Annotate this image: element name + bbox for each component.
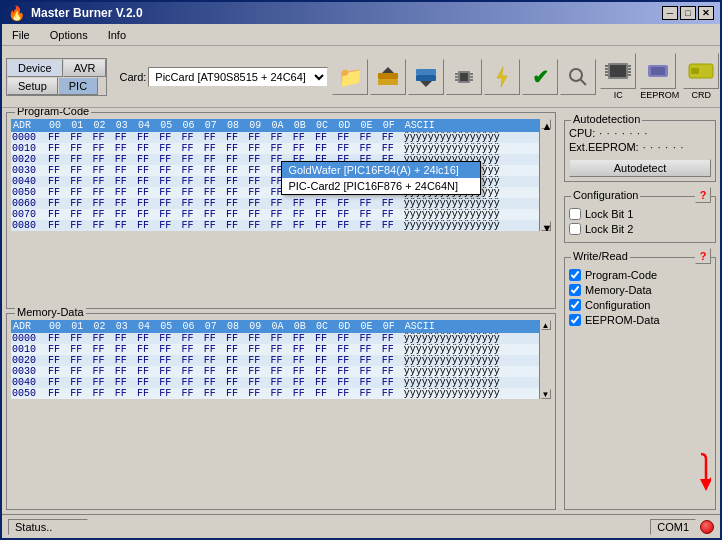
upload-button[interactable] <box>370 59 406 95</box>
pic-button[interactable]: PIC <box>58 77 98 95</box>
status-right: COM1 <box>650 519 714 535</box>
crd-label: CRD <box>683 90 719 100</box>
svg-rect-4 <box>416 75 436 81</box>
mem-col-00: 00 <box>47 320 69 333</box>
eeprom-ext-label: Ext.EEPROM: <box>569 141 639 153</box>
svg-marker-2 <box>382 67 394 73</box>
window-container: 🔥 Master Burner V.2.0 ─ □ ✕ File Options… <box>0 0 722 540</box>
title-bar: 🔥 Master Burner V.2.0 ─ □ ✕ <box>2 2 720 24</box>
write-read-checkbox-3[interactable] <box>569 314 581 326</box>
lock-bit-2-row: Lock Bit 2 <box>569 223 711 235</box>
mem-col-01: 01 <box>69 320 91 333</box>
chip-icon <box>452 65 476 89</box>
mem-col-07: 07 <box>203 320 225 333</box>
mem-col-0b: 0B <box>292 320 314 333</box>
download-icon <box>414 65 438 89</box>
app-icon: 🔥 <box>8 5 25 21</box>
lock-bit-1-row: Lock Bit 1 <box>569 208 711 220</box>
crd-button[interactable]: CRD <box>683 53 719 100</box>
table-row: 0000FFFFFFFFFFFFFFFFFFFFFFFFFFFFFFFFÿÿÿÿ… <box>11 132 539 143</box>
toolbar: Device AVR Setup PIC GoldWafer [PIC16F84… <box>2 46 720 108</box>
eeprom-button[interactable]: EEPROM <box>640 53 679 100</box>
svg-rect-7 <box>460 73 468 81</box>
program-code-scrollbar[interactable]: ▲ ▼ <box>539 119 551 231</box>
verify-button[interactable]: ✔ <box>522 59 558 95</box>
table-row: 0040FFFFFFFFFFFFFFFFFFFFFFFFFFFFFFFFÿÿÿÿ… <box>11 377 539 388</box>
col-03: 03 <box>114 119 136 132</box>
chip-button[interactable] <box>446 59 482 95</box>
lock-bit-1-checkbox[interactable] <box>569 208 581 220</box>
memory-data-table: ADR 00 01 02 03 04 05 06 07 08 <box>11 320 539 399</box>
memory-data-scrollbar[interactable]: ▲ ▼ <box>539 320 551 399</box>
col-08: 08 <box>225 119 247 132</box>
svg-rect-28 <box>651 67 665 75</box>
write-read-items: Program-CodeMemory-DataConfigurationEEPR… <box>569 269 711 326</box>
card-select[interactable]: PicCard [AT90S8515 + 24C64] <box>148 67 328 87</box>
col-0d: 0D <box>336 119 358 132</box>
mem-col-adr: ADR <box>11 320 47 333</box>
col-01: 01 <box>69 119 91 132</box>
status-text: Status.. <box>8 519 88 535</box>
mem-col-05: 05 <box>158 320 180 333</box>
com-port-text: COM1 <box>650 519 696 535</box>
autodetect-button[interactable]: Autodetect <box>569 159 711 177</box>
table-row: 0060FFFFFFFFFFFFFFFFFFFFFFFFFFFFFFFFÿÿÿÿ… <box>11 198 539 209</box>
write-read-item-0: Program-Code <box>569 269 711 281</box>
memory-data-table-area: ADR 00 01 02 03 04 05 06 07 08 <box>11 320 551 399</box>
menu-file[interactable]: File <box>6 27 36 43</box>
write-read-checkbox-2[interactable] <box>569 299 581 311</box>
col-00: 00 <box>47 119 69 132</box>
lock-bit-1-label: Lock Bit 1 <box>585 208 633 220</box>
mem-col-0f: 0F <box>381 320 403 333</box>
flash-button[interactable] <box>484 59 520 95</box>
checkmark-icon: ✔ <box>532 65 549 89</box>
ic-button[interactable]: IC <box>600 53 636 100</box>
device-setup-group: Device AVR Setup PIC <box>6 58 107 96</box>
card-area: Card: PicCard [AT90S8515 + 24C64] <box>119 67 328 87</box>
minimize-button[interactable]: ─ <box>662 6 678 20</box>
avr-button[interactable]: AVR <box>63 59 107 77</box>
card-label: Card: <box>119 71 146 83</box>
setup-button[interactable]: Setup <box>7 77 58 95</box>
device-dropdown-popup[interactable]: GoldWafer [PIC16F84(A) + 24lc16] PIC-Car… <box>281 161 481 195</box>
autodetection-title: Autodetection <box>571 113 642 125</box>
svg-marker-5 <box>420 81 432 87</box>
menu-options[interactable]: Options <box>44 27 94 43</box>
menu-bar: File Options Info <box>2 24 720 46</box>
eeprom-label: EEPROM <box>640 90 679 100</box>
col-0a: 0A <box>269 119 291 132</box>
write-read-title: Write/Read <box>571 250 630 262</box>
cpu-row: CPU: · · · · · · · <box>569 127 711 139</box>
write-read-help-button[interactable]: ? <box>695 248 711 264</box>
configuration-group: Configuration ? Lock Bit 1 Lock Bit 2 <box>564 196 716 243</box>
erase-button[interactable] <box>560 59 596 95</box>
write-read-checkbox-1[interactable] <box>569 284 581 296</box>
memory-data-group: Memory-Data ADR 00 01 02 03 <box>6 313 556 510</box>
configuration-help-button[interactable]: ? <box>695 187 711 203</box>
mem-col-04: 04 <box>136 320 158 333</box>
write-read-group: Write/Read ? Program-CodeMemory-DataConf… <box>564 257 716 510</box>
autodetection-group: Autodetection CPU: · · · · · · · Ext.EEP… <box>564 120 716 182</box>
mem-col-03: 03 <box>114 320 136 333</box>
col-0f: 0F <box>381 119 403 132</box>
icon-buttons-group: 📁 <box>332 59 596 95</box>
dropdown-option-1[interactable]: GoldWafer [PIC16F84(A) + 24lc16] <box>282 162 480 178</box>
ic-icon <box>604 59 632 83</box>
table-row: 0050FFFFFFFFFFFFFFFFFFFFFFFFFFFFFFFFÿÿÿÿ… <box>11 388 539 399</box>
mem-col-0d: 0D <box>336 320 358 333</box>
dropdown-option-2[interactable]: PIC-Card2 [PIC16F876 + 24C64N] <box>282 178 480 194</box>
write-read-checkbox-0[interactable] <box>569 269 581 281</box>
table-row: 0070FFFFFFFFFFFFFFFFFFFFFFFFFFFFFFFFÿÿÿÿ… <box>11 209 539 220</box>
table-row: 0030FFFFFFFFFFFFFFFFFFFFFFFFFFFFFFFFÿÿÿÿ… <box>11 366 539 377</box>
close-button[interactable]: ✕ <box>698 6 714 20</box>
col-0b: 0B <box>292 119 314 132</box>
menu-info[interactable]: Info <box>102 27 132 43</box>
maximize-button[interactable]: □ <box>680 6 696 20</box>
table-row: 0020FFFFFFFFFFFFFFFFFFFFFFFFFFFFFFFFÿÿÿÿ… <box>11 355 539 366</box>
lock-bit-2-checkbox[interactable] <box>569 223 581 235</box>
download-button[interactable] <box>408 59 444 95</box>
write-read-item-1: Memory-Data <box>569 284 711 296</box>
mem-col-02: 02 <box>92 320 114 333</box>
device-button[interactable]: Device <box>7 59 63 77</box>
folder-button[interactable]: 📁 <box>332 59 368 95</box>
